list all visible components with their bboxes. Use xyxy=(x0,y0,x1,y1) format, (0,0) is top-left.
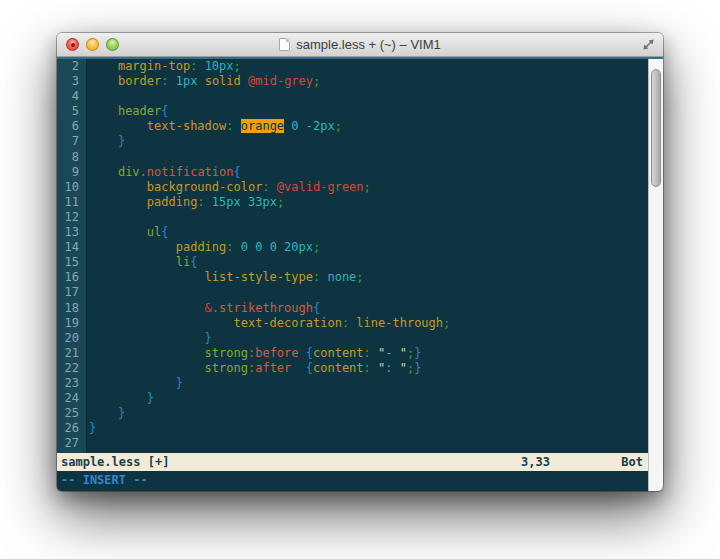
line-number: 12 xyxy=(57,210,87,225)
code-line: 3 border: 1px solid @mid-grey; xyxy=(57,74,648,89)
code-line: 9 div.notification{ xyxy=(57,165,648,180)
mode-indicator: -- INSERT -- xyxy=(61,473,148,487)
line-code: padding: 0 0 0 20px; xyxy=(87,240,320,255)
line-code xyxy=(87,150,89,165)
line-number: 15 xyxy=(57,255,87,270)
editor-main-column: 2 margin-top: 10px;3 border: 1px solid @… xyxy=(57,59,648,491)
line-code xyxy=(87,285,89,300)
code-area[interactable]: 2 margin-top: 10px;3 border: 1px solid @… xyxy=(57,59,648,453)
code-line: 7 } xyxy=(57,134,648,149)
line-code: text-decoration: line-through; xyxy=(87,316,450,331)
code-line: 5 header{ xyxy=(57,104,648,119)
code-line: 27 xyxy=(57,436,648,451)
line-code: list-style-type: none; xyxy=(87,270,364,285)
code-line: 20 } xyxy=(57,331,648,346)
vim-statusline: sample.less [+] 3,33 Bot xyxy=(57,453,648,471)
code-line: 15 li{ xyxy=(57,255,648,270)
code-line: 23 } xyxy=(57,376,648,391)
line-number: 8 xyxy=(57,150,87,165)
code-line: 22 strong:after {content: ": ";} xyxy=(57,361,648,376)
close-button[interactable] xyxy=(66,38,79,51)
document-proxy-icon xyxy=(279,38,290,51)
line-number: 27 xyxy=(57,436,87,451)
code-line: 8 xyxy=(57,150,648,165)
scrollbar-track[interactable] xyxy=(648,59,663,491)
vim-window: sample.less + (~) – VIM1 2 margin-top: 1… xyxy=(57,33,663,491)
line-number: 22 xyxy=(57,361,87,376)
line-code: ul{ xyxy=(87,225,168,240)
fullscreen-resize-icon[interactable] xyxy=(642,38,655,51)
code-line: 26} xyxy=(57,421,648,436)
line-number: 2 xyxy=(57,59,87,74)
code-line: 19 text-decoration: line-through; xyxy=(57,316,648,331)
vim-command-line: -- INSERT -- xyxy=(57,471,648,491)
window-title-text: sample.less + (~) – VIM1 xyxy=(296,37,441,52)
line-code: } xyxy=(87,421,96,436)
statusline-scroll-indicator: Bot xyxy=(621,455,643,469)
code-line: 6 text-shadow: orange 0 -2px; xyxy=(57,119,648,134)
line-code: background-color: @valid-green; xyxy=(87,180,371,195)
line-number: 21 xyxy=(57,346,87,361)
line-number: 4 xyxy=(57,89,87,104)
code-line: 4 xyxy=(57,89,648,104)
window-title: sample.less + (~) – VIM1 xyxy=(57,33,663,56)
line-number: 11 xyxy=(57,195,87,210)
line-number: 5 xyxy=(57,104,87,119)
window-titlebar[interactable]: sample.less + (~) – VIM1 xyxy=(57,33,663,57)
line-code: text-shadow: orange 0 -2px; xyxy=(87,119,342,134)
code-line: 13 ul{ xyxy=(57,225,648,240)
code-line: 17 xyxy=(57,285,648,300)
line-code: } xyxy=(87,406,125,421)
scrollbar-thumb[interactable] xyxy=(651,69,661,187)
line-code xyxy=(87,89,89,104)
line-number: 10 xyxy=(57,180,87,195)
line-number: 24 xyxy=(57,391,87,406)
line-code: header{ xyxy=(87,104,169,119)
line-number: 13 xyxy=(57,225,87,240)
line-number: 18 xyxy=(57,301,87,316)
line-code xyxy=(87,210,89,225)
editor-content: 2 margin-top: 10px;3 border: 1px solid @… xyxy=(57,57,663,491)
line-code: border: 1px solid @mid-grey; xyxy=(87,74,320,89)
line-number: 6 xyxy=(57,119,87,134)
code-line: 16 list-style-type: none; xyxy=(57,270,648,285)
line-number: 23 xyxy=(57,376,87,391)
line-number: 17 xyxy=(57,285,87,300)
line-code: margin-top: 10px; xyxy=(87,59,241,74)
line-number: 16 xyxy=(57,270,87,285)
line-number: 19 xyxy=(57,316,87,331)
line-code: padding: 15px 33px; xyxy=(87,195,284,210)
code-line: 21 strong:before {content: "- ";} xyxy=(57,346,648,361)
statusline-filename: sample.less [+] xyxy=(61,455,169,469)
line-code: } xyxy=(87,134,125,149)
traffic-lights xyxy=(66,33,119,56)
line-code: } xyxy=(87,331,212,346)
line-number: 20 xyxy=(57,331,87,346)
code-line: 24 } xyxy=(57,391,648,406)
line-code: } xyxy=(87,391,154,406)
line-code: &.strikethrough{ xyxy=(87,301,320,316)
code-line: 14 padding: 0 0 0 20px; xyxy=(57,240,648,255)
line-code: } xyxy=(87,376,183,391)
code-line: 2 margin-top: 10px; xyxy=(57,59,648,74)
line-code: strong:after {content: ": ";} xyxy=(87,361,421,376)
line-number: 14 xyxy=(57,240,87,255)
line-code: div.notification{ xyxy=(87,165,241,180)
code-line: 12 xyxy=(57,210,648,225)
line-number: 25 xyxy=(57,406,87,421)
code-line: 18 &.strikethrough{ xyxy=(57,301,648,316)
line-number: 3 xyxy=(57,74,87,89)
line-code: li{ xyxy=(87,255,197,270)
zoom-button[interactable] xyxy=(106,38,119,51)
minimize-button[interactable] xyxy=(86,38,99,51)
statusline-cursor-position: 3,33 xyxy=(521,455,550,469)
line-code xyxy=(87,436,89,451)
line-number: 7 xyxy=(57,134,87,149)
code-line: 11 padding: 15px 33px; xyxy=(57,195,648,210)
code-line: 25 } xyxy=(57,406,648,421)
code-line: 10 background-color: @valid-green; xyxy=(57,180,648,195)
line-number: 26 xyxy=(57,421,87,436)
line-number: 9 xyxy=(57,165,87,180)
line-code: strong:before {content: "- ";} xyxy=(87,346,421,361)
